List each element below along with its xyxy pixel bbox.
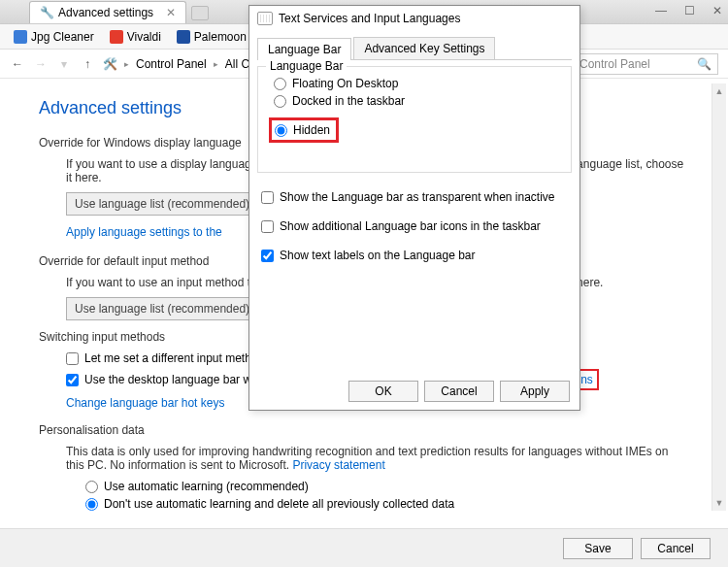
browser-tab[interactable]: 🔧 Advanced settings ✕ xyxy=(29,1,186,23)
dialog-apply-button[interactable]: Apply xyxy=(500,381,570,402)
bookmark-vivaldi[interactable]: Vivaldi xyxy=(104,28,167,46)
window-close-icon[interactable]: ✕ xyxy=(712,4,722,17)
recent-button[interactable]: ▾ xyxy=(56,56,72,72)
bookmark-icon xyxy=(177,30,190,44)
section-personalisation: Personalisation data xyxy=(39,423,689,437)
additional-icons-checkbox[interactable] xyxy=(261,220,274,233)
up-button[interactable]: ↑ xyxy=(80,56,95,72)
wrench-icon: 🔧 xyxy=(40,6,53,19)
save-button[interactable]: Save xyxy=(563,538,633,559)
new-tab-button[interactable] xyxy=(191,6,209,20)
hidden-radio-highlight: Hidden xyxy=(269,117,339,143)
bookmark-icon xyxy=(110,30,123,44)
tab-close-icon[interactable]: ✕ xyxy=(166,6,176,19)
docked-radio[interactable] xyxy=(274,95,286,108)
forward-button: → xyxy=(33,56,49,72)
window-minimize-icon[interactable]: — xyxy=(655,4,667,17)
dialog-cancel-button[interactable]: Cancel xyxy=(424,381,494,402)
search-icon[interactable]: 🔍 xyxy=(697,57,711,71)
floating-radio[interactable] xyxy=(274,78,286,90)
different-input-checkbox[interactable] xyxy=(66,352,79,365)
text-services-dialog: Text Services and Input Languages Langua… xyxy=(248,5,580,411)
dialog-titlebar[interactable]: Text Services and Input Languages xyxy=(249,6,579,31)
back-button[interactable]: ← xyxy=(10,56,25,72)
text-labels-checkbox[interactable] xyxy=(261,250,274,262)
search-input[interactable]: Control Panel 🔍 xyxy=(573,53,718,75)
hidden-radio[interactable] xyxy=(275,124,287,137)
control-panel-icon: 🛠️ xyxy=(103,57,117,71)
keyboard-icon xyxy=(257,12,273,25)
tab-language-bar[interactable]: Language Bar xyxy=(257,38,351,60)
auto-learning-radio[interactable] xyxy=(85,481,98,493)
dialog-ok-button[interactable]: OK xyxy=(348,381,418,402)
bookmark-icon xyxy=(14,30,27,44)
bookmark-jpgcleaner[interactable]: Jpg Cleaner xyxy=(8,28,100,46)
window-maximize-icon[interactable]: ☐ xyxy=(684,4,695,17)
no-auto-learning-radio[interactable] xyxy=(85,498,98,511)
cancel-button[interactable]: Cancel xyxy=(641,538,711,559)
tab-advanced-key[interactable]: Advanced Key Settings xyxy=(353,37,495,59)
desktop-language-bar-checkbox[interactable] xyxy=(66,374,79,386)
tab-title: Advanced settings xyxy=(58,6,153,19)
bookmark-palemoon[interactable]: Palemoon xyxy=(171,28,252,46)
transparent-checkbox[interactable] xyxy=(261,191,274,204)
change-hotkeys-link[interactable]: Change language bar hot keys xyxy=(66,396,224,410)
apply-language-link[interactable]: Apply language settings to the xyxy=(66,225,222,239)
privacy-link[interactable]: Privacy statement xyxy=(292,458,384,472)
